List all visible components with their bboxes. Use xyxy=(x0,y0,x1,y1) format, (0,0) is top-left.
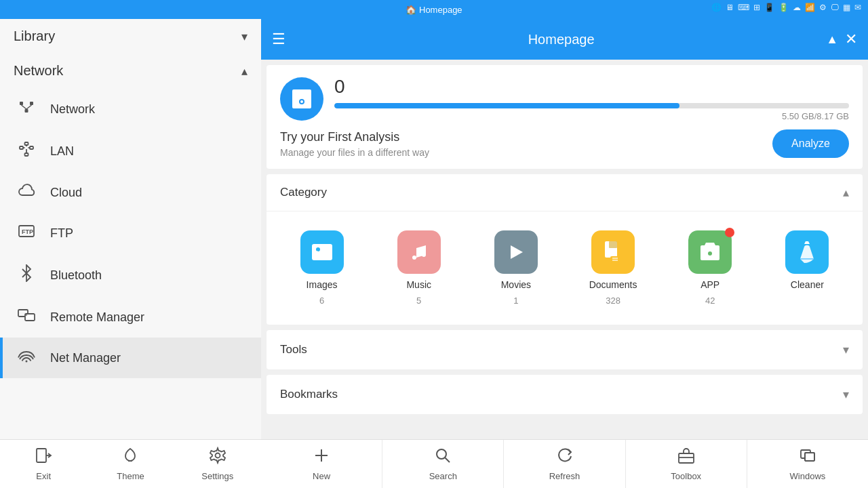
settings-toolbar-item[interactable]: Settings xyxy=(174,440,261,488)
right-bottom-toolbar: New Search Refresh Toolbox xyxy=(261,439,868,488)
toolbox-icon xyxy=(677,447,695,468)
svg-rect-7 xyxy=(25,142,28,145)
tools-section-header[interactable]: Tools ▾ xyxy=(267,330,863,369)
svg-point-41 xyxy=(437,449,446,459)
tools-title: Tools xyxy=(280,343,307,357)
system-bar-title: Homepage xyxy=(419,5,462,15)
system-bar-icons: 🌐 🖥 ⌨ ⊞ 📱 🔋 ☁ 📶 ⚙ 🖵 ▦ ✉ xyxy=(711,3,861,12)
network-icon xyxy=(16,99,37,119)
storage-bottom: Try your First Analysis Manage your file… xyxy=(280,129,849,158)
sidebar-section-network[interactable]: Network ▴ xyxy=(0,54,261,88)
sidebar-section-library[interactable]: Library ▾ xyxy=(0,19,261,54)
bookmarks-title: Bookmarks xyxy=(280,388,338,401)
theme-toolbar-item[interactable]: Theme xyxy=(87,440,174,488)
category-item-movies[interactable]: Movies 1 xyxy=(482,225,550,311)
search-icon xyxy=(434,447,452,468)
category-grid: Images 6 Music 5 Movies xyxy=(267,211,863,325)
sidebar-item-net-manager[interactable]: Net Manager xyxy=(0,338,261,378)
svg-rect-5 xyxy=(20,146,23,149)
sidebar-item-bluetooth[interactable]: Bluetooth xyxy=(0,253,261,297)
svg-marker-34 xyxy=(804,241,810,244)
analysis-title: Try your First Analysis xyxy=(280,130,429,144)
close-button[interactable]: ✕ xyxy=(845,30,857,48)
exit-toolbar-item[interactable]: Exit xyxy=(0,440,87,488)
lan-icon xyxy=(16,141,37,161)
config-icon: ⚙ xyxy=(819,3,827,12)
grid2-icon: ▦ xyxy=(843,3,850,12)
settings-label: Settings xyxy=(201,471,233,481)
svg-line-3 xyxy=(22,105,27,109)
bookmarks-section-header[interactable]: Bookmarks ▾ xyxy=(267,375,863,414)
hamburger-menu-button[interactable]: ☰ xyxy=(272,30,285,48)
exit-icon xyxy=(35,447,52,468)
signal-strength-icon: ▲ xyxy=(826,33,838,47)
storage-top: 0 5.50 GB/8.17 GB xyxy=(280,76,849,121)
search-toolbar-item[interactable]: Search xyxy=(382,440,504,488)
windows-label: Windows xyxy=(790,471,826,481)
storage-used-count: 0 xyxy=(334,76,849,98)
category-section-header[interactable]: Category ▴ xyxy=(267,174,863,211)
analysis-text: Try your First Analysis Manage your file… xyxy=(280,130,429,158)
windows-toolbar-item[interactable]: Windows xyxy=(747,440,868,488)
music-icon xyxy=(397,230,441,274)
screen-icon: 🖵 xyxy=(831,3,839,12)
svg-point-33 xyxy=(708,251,712,256)
ftp-icon: FTP xyxy=(16,224,37,243)
new-toolbar-item[interactable]: New xyxy=(261,440,382,488)
sidebar-item-network[interactable]: Network xyxy=(0,88,261,130)
device-icon: 📱 xyxy=(764,3,774,12)
sidebar: Library ▾ Network ▴ Network LAN Cloud xyxy=(0,19,261,439)
net-manager-icon xyxy=(16,348,37,367)
sidebar-item-ftp[interactable]: FTP FTP xyxy=(0,213,261,253)
storage-card: 0 5.50 GB/8.17 GB Try your First Analysi… xyxy=(267,65,863,169)
movies-label: Movies xyxy=(501,279,531,290)
category-item-documents[interactable]: Documents 328 xyxy=(579,225,647,311)
app-header-title: Homepage xyxy=(296,32,826,47)
category-item-cleaner[interactable]: Cleaner xyxy=(773,225,841,311)
toolbox-toolbar-item[interactable]: Toolbox xyxy=(626,440,747,488)
svg-point-18 xyxy=(26,361,28,363)
library-label: Library xyxy=(14,28,55,44)
app-badge xyxy=(725,228,734,237)
exit-label: Exit xyxy=(36,471,51,481)
new-label: New xyxy=(313,471,330,481)
sidebar-bottom-toolbar: Exit Theme Settings xyxy=(0,439,261,488)
documents-label: Documents xyxy=(589,279,637,290)
category-item-app[interactable]: APP 42 xyxy=(676,225,744,311)
keyboard-icon: ⌨ xyxy=(738,3,749,12)
signal-icon: 📶 xyxy=(805,3,815,12)
theme-label: Theme xyxy=(117,471,144,481)
system-bar: 🏠 Homepage 🌐 🖥 ⌨ ⊞ 📱 🔋 ☁ 📶 ⚙ 🖵 ▦ ✉ xyxy=(0,0,868,19)
sidebar-item-cloud[interactable]: Cloud xyxy=(0,172,261,213)
library-chevron: ▾ xyxy=(241,29,248,44)
network-chevron: ▴ xyxy=(241,64,248,79)
category-item-music[interactable]: Music 5 xyxy=(385,225,453,311)
refresh-toolbar-item[interactable]: Refresh xyxy=(504,440,625,488)
movies-count: 1 xyxy=(513,296,518,306)
svg-line-4 xyxy=(26,105,32,109)
svg-point-22 xyxy=(422,253,426,257)
remote-manager-item-label: Remote Manager xyxy=(50,310,144,325)
analyze-button[interactable]: Analyze xyxy=(772,129,849,158)
svg-rect-46 xyxy=(805,453,814,461)
refresh-label: Refresh xyxy=(549,471,580,481)
monitor-icon: 🖥 xyxy=(726,3,734,12)
images-label: Images xyxy=(307,279,338,290)
svg-rect-2 xyxy=(25,109,28,113)
sidebar-item-lan[interactable]: LAN xyxy=(0,130,261,172)
right-panel: ☰ Homepage ▲ ✕ 0 xyxy=(261,19,868,439)
network-item-label: Network xyxy=(50,102,95,117)
bookmarks-chevron: ▾ xyxy=(843,387,849,402)
category-item-images[interactable]: Images 6 xyxy=(288,225,356,311)
svg-rect-43 xyxy=(679,453,694,463)
storage-icon xyxy=(280,77,323,121)
svg-rect-6 xyxy=(30,146,33,149)
bookmarks-section: Bookmarks ▾ xyxy=(267,375,863,414)
documents-count: 328 xyxy=(606,296,620,306)
home-icon: 🏠 xyxy=(406,5,416,15)
svg-rect-25 xyxy=(609,241,617,248)
tools-chevron: ▾ xyxy=(843,342,849,357)
toolbox-label: Toolbox xyxy=(671,471,701,481)
sidebar-item-remote-manager[interactable]: Remote Manager xyxy=(0,297,261,338)
progress-bar xyxy=(334,103,849,108)
